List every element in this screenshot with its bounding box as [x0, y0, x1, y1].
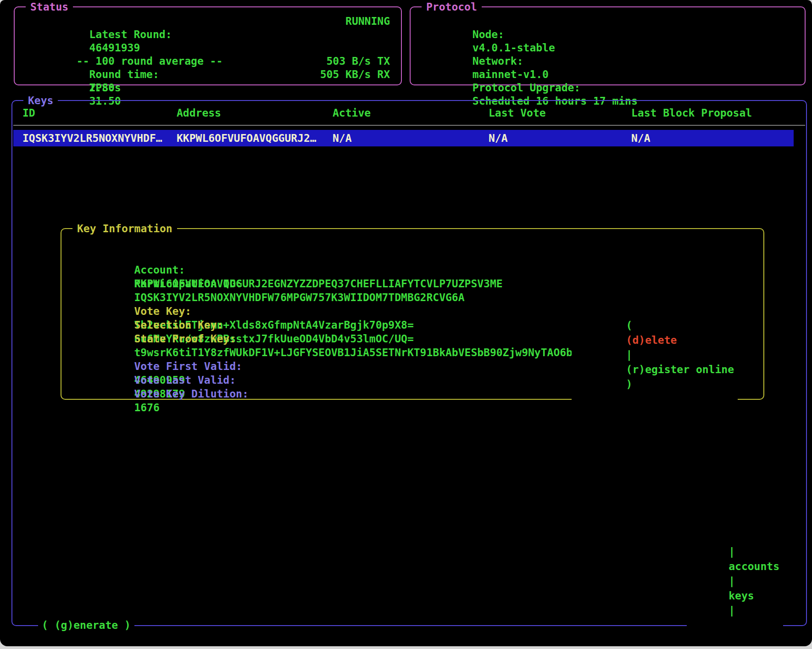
actions-close-paren: ) — [626, 378, 633, 390]
key-information-panel: Key Information Account: KKPWL6OFVUFOAVQ… — [61, 228, 764, 400]
tab-separator: | — [729, 604, 735, 616]
account-label: Account: — [134, 264, 185, 276]
tab-separator: | — [729, 575, 735, 587]
network-label: Network: — [473, 55, 523, 67]
tps-label: TPS: — [89, 82, 114, 94]
node-version-value: v4.0.1-stable — [473, 42, 555, 54]
protocol-panel-title: Protocol — [422, 0, 482, 14]
key-actions: ( (d)elete | (r)egister online ) — [572, 303, 738, 406]
status-panel: Status Latest Round: 46491939 RUNNING --… — [14, 6, 402, 85]
key-information-title: Key Information — [72, 221, 177, 236]
delete-action[interactable]: (d)elete — [626, 334, 677, 346]
row-cell-last-vote: N/A — [489, 130, 631, 146]
tab-separator: | — [729, 546, 735, 558]
latest-round-label: Latest Round: — [89, 28, 172, 40]
row-cell-active: N/A — [333, 130, 489, 146]
network-value: mainnet-v1.0 — [473, 68, 549, 80]
latest-round-value: 46491939 — [89, 42, 140, 54]
participation-id-value: IQSK3IYV2LR5NOXNYVHDFW76MPGW757K3WIIDOM7… — [134, 291, 464, 303]
state-proof-key-label: State Proof Key: — [134, 333, 236, 345]
keys-table-header: ID Address Active Last Vote Last Block P… — [12, 101, 806, 125]
generate-action[interactable]: ( (g)enerate ) — [38, 618, 134, 632]
key-table-row-selected[interactable]: IQSK3IYV2LR5NOXNYVHDF… KKPWL6OFVUFOAVQGG… — [13, 130, 794, 146]
header-cell-id: ID — [22, 106, 177, 120]
rx-rate-value: 505 KB/s RX — [320, 68, 390, 81]
tab-keys[interactable]: keys — [729, 590, 754, 602]
header-cell-last-block-proposal: Last Block Proposal — [631, 106, 806, 120]
keys-panel: Keys ID Address Active Last Vote Last Bl… — [11, 100, 807, 626]
vote-key-dilution-label: Vote Key Dilution: — [134, 388, 248, 400]
node-version-label: Node: — [473, 28, 504, 40]
tx-rate-value: 503 B/s TX — [327, 55, 390, 68]
vote-key-label: Vote Key: — [134, 305, 191, 317]
tab-accounts[interactable]: accounts — [729, 560, 779, 572]
node-state-badge: RUNNING — [345, 15, 390, 28]
participation-id-label: Participation ID: — [134, 278, 242, 290]
protocol-upgrade-label: Protocol Upgrade: — [473, 82, 580, 94]
row-cell-address: KKPWL6OFVUFOAVQGGURJ2… — [177, 130, 333, 146]
header-separator — [13, 125, 805, 126]
status-panel-title: Status — [26, 0, 73, 14]
header-cell-last-vote: Last Vote — [489, 106, 631, 120]
register-online-action[interactable]: (r)egister online — [626, 364, 734, 375]
header-cell-active: Active — [333, 106, 489, 120]
protocol-panel: Protocol Node: v4.0.1-stable Network: ma… — [410, 6, 806, 85]
vote-first-valid-label: Vote First Valid: — [134, 360, 242, 372]
row-cell-id: IQSK3IYV2LR5NOXNYVHDF… — [22, 130, 177, 146]
header-cell-address: Address — [177, 106, 333, 120]
keys-panel-title: Keys — [23, 93, 58, 108]
vote-last-valid-label: Vote Last Valid: — [134, 374, 236, 386]
actions-separator: | — [626, 349, 633, 361]
terminal-window: Status Latest Round: 46491939 RUNNING --… — [0, 0, 812, 646]
row-cell-last-block-proposal: N/A — [631, 130, 794, 146]
actions-open-paren: ( — [626, 319, 633, 331]
view-tabs: | accounts | keys | — [687, 530, 783, 632]
vote-key-dilution-value: 1676 — [134, 402, 159, 414]
selection-key-label: Selection Key: — [134, 319, 223, 331]
